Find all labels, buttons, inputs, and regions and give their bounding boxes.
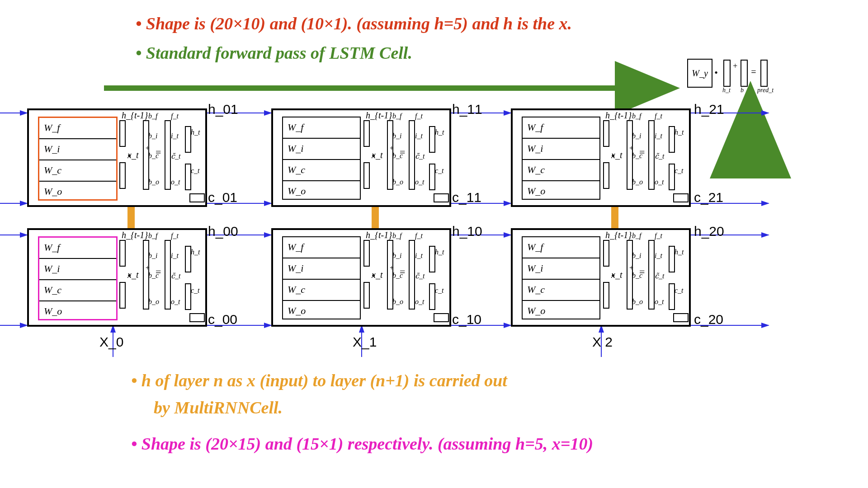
dot-op: • [611, 150, 615, 162]
lbl-bo: b_o [148, 178, 159, 186]
lbl-bf: b_f [148, 232, 157, 240]
lbl-hprev: h_{t-1} [122, 110, 148, 121]
lbl-bf: b_f [632, 112, 641, 120]
vec-ht [429, 126, 435, 153]
lbl-bi: b_i [632, 252, 641, 260]
output-b-vec [741, 60, 748, 87]
note-bottom-orange-line1: h of layer n as x (input) to layer (n+1)… [131, 371, 507, 390]
weight-wi: W_i [39, 259, 116, 280]
plus-op: + [146, 264, 150, 272]
lstm-cell-0-2: W_f W_i W_c W_o h_{t-1} x_t • b_f b_i b_… [511, 228, 691, 327]
weight-wo: W_o [39, 301, 116, 322]
weight-wi: W_i [283, 139, 360, 160]
output-dot: • [714, 67, 718, 79]
weight-wf: W_f [523, 117, 599, 139]
lbl-bi: b_i [148, 252, 157, 260]
weight-wi: W_i [283, 258, 360, 280]
lbl-bo: b_o [392, 298, 403, 306]
lbl-ft: f_t [415, 232, 423, 240]
lbl-ct: c_t [435, 286, 444, 295]
note-top-red: Shape is (20×10) and (10×1). (assuming h… [136, 14, 572, 33]
weight-block: W_f W_i W_c W_o [282, 236, 361, 319]
weight-wi: W_i [523, 139, 599, 160]
output-b-label: b [741, 87, 744, 94]
lbl-hprev: h_{t-1} [366, 230, 392, 240]
label-c11: c_11 [452, 190, 481, 205]
lbl-ct: c_t [675, 286, 684, 295]
vec-hprev [603, 120, 609, 147]
weight-block: W_f W_i W_c W_o [522, 117, 600, 200]
lbl-it: i_t [655, 252, 662, 260]
note-bottom-magenta: Shape is (20×15) and (15×1) respectively… [131, 434, 593, 454]
lstm-cell-1-0: W_f W_i W_c W_o h_{t-1} x_t • b_f b_i b_… [27, 108, 207, 207]
dot-op: • [372, 270, 375, 282]
vec-ct [669, 283, 675, 310]
vec-xt [119, 162, 126, 189]
lbl-bf: b_f [148, 112, 157, 120]
lbl-bf: b_f [392, 112, 401, 120]
weight-wo: W_o [523, 301, 599, 321]
weight-block: W_f W_i W_c W_o [38, 117, 118, 201]
lbl-ct: c_t [191, 286, 200, 295]
output-ht-label: h_t [722, 87, 731, 94]
lbl-bo: b_o [392, 178, 403, 186]
vec-xt [363, 282, 370, 309]
lbl-it: i_t [415, 252, 423, 260]
eq-op: = [639, 266, 645, 278]
lbl-ft: f_t [415, 112, 423, 120]
weight-wo: W_o [523, 181, 599, 202]
lbl-it: i_t [171, 252, 179, 260]
lbl-hprev: h_{t-1} [605, 110, 632, 121]
vec-hprev [603, 240, 609, 267]
vec-hprev [363, 120, 370, 147]
vec-xt [603, 162, 609, 189]
weight-wc: W_c [283, 160, 360, 181]
dot-op: • [127, 270, 131, 282]
weight-wf: W_f [39, 118, 116, 139]
vec-gates [648, 120, 655, 190]
lbl-ht: h_t [675, 128, 684, 136]
vec-ct [669, 164, 675, 190]
plus-op: + [146, 144, 150, 152]
lbl-ctilde: c̃_t [655, 272, 664, 280]
lbl-bf: b_f [392, 232, 401, 240]
vec-ht [185, 246, 191, 272]
label-c01: c_01 [208, 190, 237, 205]
vec-ht [185, 126, 191, 153]
lbl-bo: b_o [632, 178, 643, 186]
lbl-bi: b_i [392, 252, 401, 260]
vec-ct [429, 164, 435, 190]
weight-block: W_f W_i W_c W_o [38, 236, 118, 320]
vec-hprev [363, 240, 370, 267]
weight-wo: W_o [283, 301, 360, 321]
lbl-ht: h_t [435, 248, 444, 256]
note-top-green: Standard forward pass of LSTM Cell. [136, 43, 412, 63]
vec-xt [603, 282, 609, 309]
vec-gates [409, 120, 415, 190]
weight-wc: W_c [523, 280, 599, 301]
vec-gates [165, 240, 171, 310]
vec-hprev [119, 120, 126, 147]
vec-ct [185, 164, 191, 190]
vec-ct [429, 283, 435, 310]
lstm-cell-1-1: W_f W_i W_c W_o h_{t-1} x_t • b_f b_i b_… [271, 108, 451, 207]
lbl-bf: b_f [632, 232, 641, 240]
label-h00: h_00 [208, 224, 238, 239]
lbl-bo: b_o [148, 298, 159, 306]
label-h11: h_11 [452, 102, 482, 117]
vec-ct1 [434, 313, 449, 322]
weight-block: W_f W_i W_c W_o [522, 236, 600, 319]
weight-wi: W_i [39, 139, 116, 160]
weight-wc: W_c [523, 160, 599, 181]
eq-op: = [156, 266, 161, 278]
eq-op: = [156, 146, 161, 158]
vec-gates [409, 240, 415, 310]
lbl-ft: f_t [655, 232, 662, 240]
lbl-ctilde: c̃_t [171, 152, 180, 160]
output-pred-label: pred_t [757, 87, 774, 94]
eq-op: = [400, 146, 405, 158]
lbl-hprev: h_{t-1} [605, 230, 632, 240]
plus-op: + [629, 144, 633, 152]
plus-op: + [390, 144, 394, 152]
output-ht-vec [723, 60, 731, 87]
